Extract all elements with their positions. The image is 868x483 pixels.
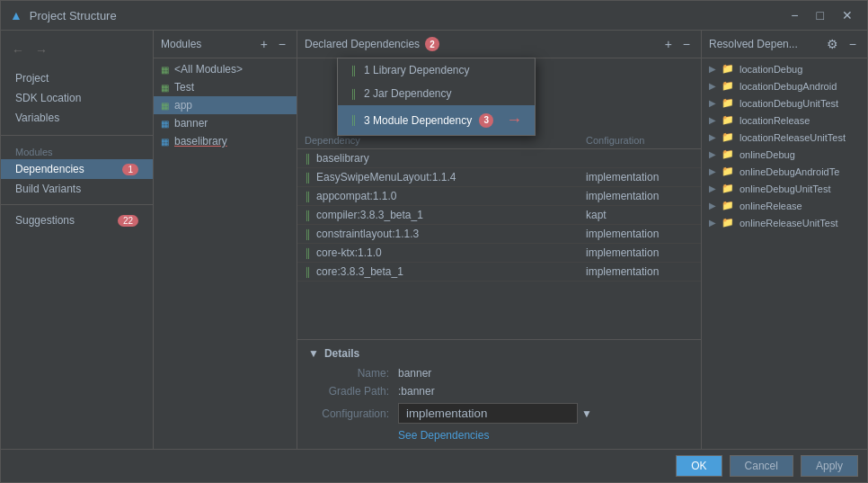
sidebar-item-variables[interactable]: Variables bbox=[1, 108, 153, 128]
details-name-row: Name: banner bbox=[308, 367, 690, 380]
module-icon-baselibrary: ▦ bbox=[161, 137, 169, 147]
modules-add-button[interactable]: + bbox=[257, 36, 271, 52]
dep-icon-easyswipe: ║ bbox=[305, 173, 311, 183]
modules-remove-button[interactable]: − bbox=[275, 36, 289, 52]
details-link-row: See Dependencies bbox=[308, 429, 690, 442]
deps-add-button[interactable]: + bbox=[661, 36, 676, 52]
resolved-list: ▶ 📁 locationDebug ▶ 📁 locationDebugAndro… bbox=[702, 58, 867, 449]
resolved-item-onlinedebugunit[interactable]: ▶ 📁 onlineDebugUnitTest bbox=[702, 180, 867, 197]
dropdown-item-module-label: 3 Module Dependency bbox=[364, 114, 472, 127]
module-item-banner[interactable]: ▦ banner bbox=[154, 114, 297, 132]
resolved-item-onlinedebugandroid[interactable]: ▶ 📁 onlineDebugAndroidTe bbox=[702, 163, 867, 180]
module-list: ▦ <All Modules> ▦ Test ▦ app ▦ banner ▦ bbox=[154, 58, 297, 449]
ok-button[interactable]: OK bbox=[676, 455, 722, 477]
details-gradle-row: Gradle Path: :banner bbox=[308, 385, 690, 398]
details-config-label: Configuration: bbox=[308, 407, 398, 420]
resolved-item-locationdebug[interactable]: ▶ 📁 locationDebug bbox=[702, 60, 867, 77]
details-config-select[interactable]: implementation api compileOnly runtimeOn… bbox=[398, 403, 578, 424]
resolved-folder-icon-2: 📁 bbox=[722, 97, 734, 109]
dep-row-constraintlayout[interactable]: ║ constraintlayout:1.1.3 implementation bbox=[297, 225, 701, 244]
resolved-item-onlinedebug[interactable]: ▶ 📁 onlineDebug bbox=[702, 146, 867, 163]
resolved-item-locationrelease[interactable]: ▶ 📁 locationRelease bbox=[702, 112, 867, 129]
back-button[interactable]: ← bbox=[8, 41, 28, 59]
deps-remove-button[interactable]: − bbox=[679, 36, 694, 52]
sidebar-item-dependencies[interactable]: Dependencies 1 bbox=[1, 159, 153, 179]
dep-row-appcompat[interactable]: ║ appcompat:1.1.0 implementation bbox=[297, 187, 701, 206]
resolved-folder-icon-8: 📁 bbox=[722, 200, 734, 211]
sidebar-top-section: Project SDK Location Variables bbox=[1, 67, 153, 130]
resolved-item-label-0: locationDebug bbox=[740, 64, 802, 75]
module-item-test[interactable]: ▦ Test bbox=[154, 78, 297, 96]
dep-row-core[interactable]: ║ core:3.8.3_beta_1 implementation bbox=[297, 263, 701, 282]
close-button[interactable]: ✕ bbox=[837, 6, 858, 24]
cancel-button[interactable]: Cancel bbox=[730, 455, 793, 477]
suggestions-badge: 22 bbox=[118, 215, 138, 227]
maximize-button[interactable]: □ bbox=[811, 6, 829, 24]
see-dependencies-link[interactable]: See Dependencies bbox=[308, 429, 489, 442]
deps-panel-title: Declared Dependencies bbox=[305, 38, 420, 50]
modules-panel-header: Modules + − bbox=[154, 31, 297, 58]
details-title: Details bbox=[324, 347, 359, 360]
details-toggle-icon[interactable]: ▼ bbox=[308, 347, 319, 360]
resolved-arrow-icon-9: ▶ bbox=[709, 218, 716, 228]
dep-row-core-ktx[interactable]: ║ core-ktx:1.1.0 implementation bbox=[297, 244, 701, 263]
dep-name-core: core:3.8.3_beta_1 bbox=[316, 265, 586, 278]
window-title: Project Structure bbox=[30, 9, 117, 22]
dep-row-easyswipe[interactable]: ║ EasySwipeMenuLayout:1.1.4 implementati… bbox=[297, 168, 701, 187]
resolved-item-locationreleaseunit[interactable]: ▶ 📁 locationReleaseUnitTest bbox=[702, 129, 867, 146]
deps-badge-2: 2 bbox=[425, 37, 439, 51]
resolved-settings-button[interactable]: ⚙ bbox=[823, 36, 842, 52]
resolved-item-label-4: locationReleaseUnitTest bbox=[740, 132, 846, 143]
select-chevron-icon: ▼ bbox=[581, 407, 592, 420]
resolved-arrow-icon-8: ▶ bbox=[709, 201, 716, 210]
resolved-folder-icon-1: 📁 bbox=[722, 80, 734, 92]
details-header: ▼ Details bbox=[308, 347, 690, 360]
resolved-item-label-7: onlineDebugUnitTest bbox=[740, 183, 831, 194]
dropdown-item-library[interactable]: ║ 1 Library Dependency bbox=[338, 58, 535, 82]
resolved-item-label-3: locationRelease bbox=[740, 115, 810, 126]
dep-name-appcompat: appcompat:1.1.0 bbox=[316, 190, 586, 202]
dropdown-item-module[interactable]: ║ 3 Module Dependency 3 → bbox=[338, 105, 535, 135]
resolved-arrow-icon-3: ▶ bbox=[709, 115, 716, 125]
minimize-button[interactable]: − bbox=[785, 6, 803, 24]
sidebar-item-project[interactable]: Project bbox=[1, 68, 153, 88]
modules-toolbar: + − bbox=[257, 36, 289, 52]
resolved-title: Resolved Depen... bbox=[709, 38, 798, 50]
details-name-value: banner bbox=[398, 367, 431, 380]
add-dependency-dropdown: ║ 1 Library Dependency ║ 2 Jar Dependenc… bbox=[337, 58, 536, 136]
sidebar-item-build-variants[interactable]: Build Variants bbox=[1, 179, 153, 199]
sidebar-suggestions-label: Suggestions bbox=[15, 214, 75, 227]
forward-button[interactable]: → bbox=[31, 41, 51, 59]
details-gradle-label: Gradle Path: bbox=[308, 385, 398, 398]
resolved-item-label-1: locationDebugAndroid bbox=[740, 81, 837, 92]
module-dep-icon: ║ bbox=[350, 115, 357, 125]
library-dep-icon: ║ bbox=[350, 66, 357, 76]
sidebar-divider-2 bbox=[1, 204, 153, 205]
resolved-folder-icon-7: 📁 bbox=[722, 183, 734, 194]
details-config-wrapper: implementation api compileOnly runtimeOn… bbox=[398, 403, 592, 424]
dep-name-compiler: compiler:3.8.3_beta_1 bbox=[316, 209, 586, 221]
resolved-minimize-button[interactable]: − bbox=[846, 36, 860, 52]
dep-config-easyswipe: implementation bbox=[586, 171, 694, 183]
sidebar-item-suggestions[interactable]: Suggestions 22 bbox=[1, 210, 153, 230]
dep-row-compiler[interactable]: ║ compiler:3.8.3_beta_1 kapt bbox=[297, 206, 701, 225]
details-name-label: Name: bbox=[308, 367, 398, 380]
main-content: ← → Project SDK Location Variables Modul… bbox=[1, 31, 867, 449]
dep-icon-constraintlayout: ║ bbox=[305, 229, 311, 239]
resolved-item-locationdebugunit[interactable]: ▶ 📁 locationDebugUnitTest bbox=[702, 94, 867, 112]
resolved-item-onlinereleaseunit[interactable]: ▶ 📁 onlineReleaseUnitTest bbox=[702, 214, 867, 231]
resolved-item-locationdebugandroid[interactable]: ▶ 📁 locationDebugAndroid bbox=[702, 77, 867, 94]
resolved-item-onlinerelease[interactable]: ▶ 📁 onlineRelease bbox=[702, 197, 867, 214]
dep-row-baselibrary[interactable]: ║ baselibrary bbox=[297, 149, 701, 168]
bottom-bar: OK Cancel Apply bbox=[1, 449, 867, 482]
module-item-app[interactable]: ▦ app bbox=[154, 96, 297, 114]
dropdown-item-jar[interactable]: ║ 2 Jar Dependency bbox=[338, 82, 535, 105]
dropdown-item-library-label: 1 Library Dependency bbox=[364, 64, 469, 76]
apply-button[interactable]: Apply bbox=[801, 455, 858, 477]
module-item-all[interactable]: ▦ <All Modules> bbox=[154, 60, 297, 78]
module-item-baselibrary[interactable]: ▦ baselibrary bbox=[154, 132, 297, 150]
nav-buttons: ← → bbox=[1, 38, 153, 63]
module-icon-test: ▦ bbox=[161, 83, 169, 93]
module-item-all-label: <All Modules> bbox=[174, 63, 243, 76]
sidebar-item-sdk-location[interactable]: SDK Location bbox=[1, 88, 153, 108]
